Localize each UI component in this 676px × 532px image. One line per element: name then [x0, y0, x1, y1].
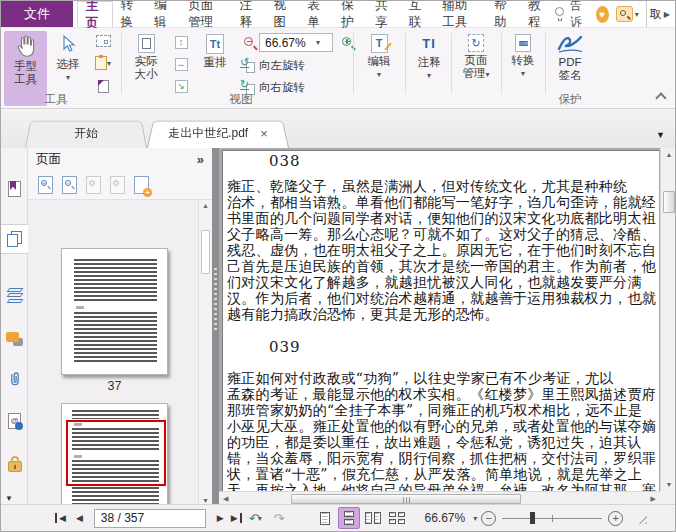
collapse-ribbon-button[interactable] — [649, 88, 673, 108]
page-thumbnail-38[interactable] — [61, 403, 168, 506]
layers-panel-button[interactable] — [1, 280, 28, 310]
rotate-page-ccw-button[interactable]: ↺ — [86, 176, 101, 194]
fit-height-icon: ↕ — [175, 36, 188, 49]
rotate-left-button[interactable]: ↺ 向左旋转 — [241, 58, 305, 73]
pages-panel-header: 页面 » — [28, 148, 212, 170]
menu-item[interactable]: 主页 — [77, 1, 113, 27]
thumbnail-zoom-in-button[interactable]: + — [38, 176, 53, 194]
scroll-down-icon[interactable]: ▼ — [199, 497, 212, 504]
security-panel-button[interactable] — [1, 448, 28, 478]
strip-overflow-icon[interactable]: ▼ — [5, 494, 13, 503]
menu-item[interactable]: 辅助工具 — [435, 1, 487, 27]
thumbnail-scrollbar-thumb[interactable] — [201, 230, 210, 274]
window-overflow-button[interactable]: 取 ▶ — [646, 1, 673, 27]
comments-panel-button[interactable] — [1, 324, 28, 354]
tab-list-dropdown-icon[interactable]: ▼ — [656, 130, 665, 140]
fit-width-button[interactable]: ↔ — [169, 54, 193, 74]
panel-splitter[interactable] — [212, 148, 219, 506]
page-management-menu-button[interactable]: ↻ 页面 管理▾ — [453, 31, 499, 109]
page-number-039: 039 — [269, 338, 301, 356]
edit-menu-button[interactable]: T 编辑 ▾ — [357, 31, 401, 109]
text-line: 雍正、乾隆父子，虽然是满洲人，但对传统文化，尤其是种种统 — [227, 178, 657, 194]
continuous-facing-view-button[interactable] — [386, 507, 408, 529]
fit-height-button[interactable]: ↕ — [169, 32, 193, 52]
insert-page-button[interactable]: + — [134, 176, 149, 194]
document-view: 038 雍正、乾隆父子，虽然是满洲人，但对传统文化，尤其是种种统治术，都相当谙熟… — [219, 148, 676, 506]
previous-view-button[interactable]: ↶ — [249, 511, 260, 526]
status-bar: ◀ ◀ ▾ ▶ ▶ ↶ ↷ 66.67% ▾ − + — [1, 504, 675, 531]
single-page-view-button[interactable] — [314, 507, 336, 529]
tab-label: 走出中世纪.pdf — [168, 125, 248, 142]
thumbnail-scrollbar[interactable]: ▲ ▼ — [198, 200, 212, 506]
menu-item[interactable]: 帮助 — [486, 1, 520, 27]
reflow-button[interactable]: Tt 重排 — [195, 31, 235, 91]
bookmarks-panel-button[interactable] — [1, 174, 28, 204]
scroll-down-icon[interactable]: ▼ — [661, 481, 676, 488]
next-view-button[interactable]: ↷ — [274, 511, 285, 526]
document-tab[interactable]: 走出中世纪.pdf × — [147, 118, 289, 148]
thumbnail-zoom-out-button[interactable]: − — [62, 176, 77, 194]
bookmark-page-icon — [98, 80, 109, 93]
zoom-level-input[interactable] — [260, 36, 316, 50]
zoom-slider-thumb[interactable] — [530, 512, 535, 524]
bookmark-page-button[interactable] — [91, 76, 115, 96]
page-number-field[interactable]: ▾ — [94, 509, 206, 528]
zoom-level-combobox[interactable]: ▾ — [259, 33, 333, 52]
window-resize-grip[interactable] — [635, 512, 647, 524]
menu-item[interactable]: 转换 — [113, 1, 147, 27]
attachments-panel-button[interactable] — [1, 364, 28, 394]
previous-page-button[interactable]: ◀ — [71, 513, 88, 523]
menu-item[interactable]: 互联 — [401, 1, 435, 27]
menu-item[interactable]: 教程 — [520, 1, 554, 27]
continuous-view-button[interactable] — [338, 507, 360, 529]
chevron-down-icon: ▾ — [107, 59, 111, 68]
zoom-dropdown-icon[interactable]: ▾ — [473, 514, 477, 523]
horizontal-scrollbar-thumb[interactable] — [291, 494, 521, 504]
text-line: 治术，都相当谙熟。单看他们都能写一笔好字，诌几句歪诗，能就经 — [227, 194, 657, 210]
zoom-in-button[interactable]: + — [608, 511, 623, 526]
comment-menu-button[interactable]: TI 注释 ▾ — [409, 31, 449, 109]
menu-item[interactable]: 视图 — [266, 1, 300, 27]
panel-collapse-icon[interactable]: » — [197, 152, 204, 167]
tell-me-label[interactable]: 告诉 — [570, 0, 589, 31]
menu-item[interactable]: 页面管理 — [180, 1, 232, 27]
hand-icon — [15, 34, 37, 58]
facing-pages-icon — [365, 512, 381, 524]
favorites-heart-icon[interactable]: ♥ — [596, 6, 609, 23]
zoom-slider[interactable] — [502, 511, 602, 525]
page-number-038: 038 — [269, 152, 301, 170]
rotate-page-cw-button[interactable]: ↻ — [110, 176, 125, 194]
facing-view-button[interactable] — [362, 507, 384, 529]
menu-item[interactable]: 共享 — [367, 1, 401, 27]
paragraph-1: 雍正、乾隆父子，虽然是满洲人，但对传统文化，尤其是种种统治术，都相当谙熟。单看他… — [227, 178, 657, 322]
document-tab[interactable]: 开始 — [25, 118, 147, 148]
fit-page-button[interactable]: ↘ — [169, 76, 193, 96]
first-page-button[interactable]: ◀ — [55, 513, 71, 523]
menu-item[interactable]: 保护 — [333, 1, 367, 27]
actual-size-button[interactable]: 实际 大小 — [125, 31, 167, 106]
convert-menu-button[interactable]: OCR 转换 ▾ — [503, 31, 543, 109]
scroll-up-icon[interactable]: ▲ — [199, 202, 212, 209]
visible-area-rectangle[interactable] — [66, 420, 166, 486]
snapshot-button[interactable] — [91, 31, 115, 51]
next-page-button[interactable]: ▶ — [212, 513, 229, 523]
vertical-scrollbar[interactable]: ▲ ▼ — [660, 148, 676, 491]
tell-me-bulb-icon[interactable] — [554, 7, 563, 22]
pages-panel-button[interactable] — [1, 224, 28, 254]
menu-item[interactable]: 注释 — [232, 1, 266, 27]
page-thumbnail-37[interactable] — [61, 248, 168, 375]
rotate-left-icon: ↺ — [241, 59, 255, 73]
scroll-up-icon[interactable]: ▲ — [661, 151, 676, 158]
pdf-sign-button[interactable]: PDF 签名 — [547, 31, 593, 93]
zoom-out-button[interactable]: − — [481, 511, 496, 526]
menu-item[interactable]: 表单 — [299, 1, 333, 27]
vertical-scrollbar-thumb[interactable] — [663, 191, 675, 213]
menu-item[interactable]: 编辑 — [146, 1, 180, 27]
last-page-button[interactable]: ▶ — [229, 513, 242, 523]
file-menu-button[interactable]: 文件 — [1, 1, 73, 27]
clipboard-button[interactable]: ▾ — [91, 53, 115, 73]
signatures-panel-button[interactable]: @ — [1, 406, 28, 436]
fit-page-icon: ↘ — [175, 80, 188, 93]
search-button[interactable]: ▾ — [616, 6, 639, 22]
tab-close-icon[interactable]: × — [260, 126, 268, 141]
